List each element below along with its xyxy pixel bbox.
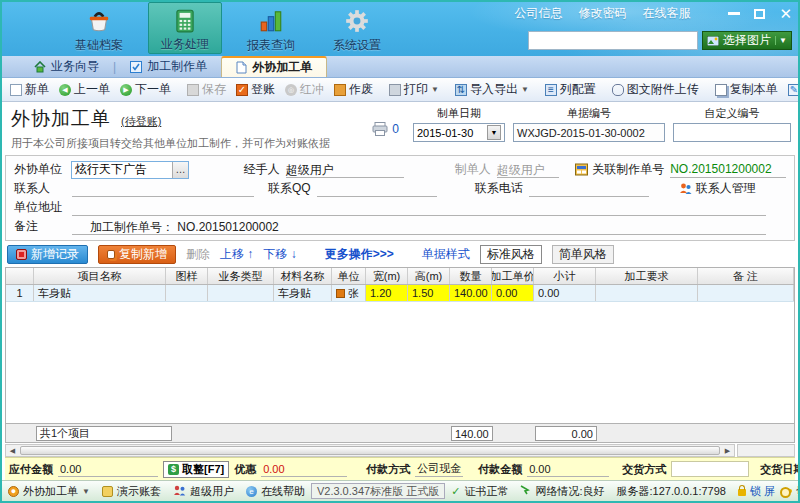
minimize-icon[interactable] xyxy=(728,12,740,15)
pay-amount-input[interactable] xyxy=(527,461,609,477)
note-field[interactable]: 加工制作单号： NO.201501200002 xyxy=(72,219,766,235)
move-down-button[interactable]: 下移 ↓ xyxy=(263,246,296,263)
close-icon[interactable]: ✕ xyxy=(779,9,792,19)
style-simple-button[interactable]: 简单风格 xyxy=(552,245,614,264)
scrollbar-thumb[interactable] xyxy=(20,446,720,455)
statusbar-account-set[interactable]: 演示账套 xyxy=(102,484,161,499)
globe-icon: e xyxy=(246,486,257,497)
nav-item-basic-archive[interactable]: 基础档案 xyxy=(62,2,136,54)
round-button[interactable]: $ 取整[F7] xyxy=(163,461,229,478)
tab-processing-order[interactable]: 加工制作单 xyxy=(116,56,221,77)
cell-height[interactable]: 1.50 xyxy=(408,285,450,301)
network-icon xyxy=(520,485,531,497)
titlebar: 基础档案 业务处理 报表查询 系统设置 xyxy=(2,2,798,56)
cell-remark[interactable] xyxy=(698,285,794,301)
cell-biz-type[interactable] xyxy=(208,285,274,301)
cell-requirement[interactable] xyxy=(596,285,698,301)
statusbar-doc-type[interactable]: ● 外协加工单 ▼ xyxy=(8,484,90,499)
add-record-icon xyxy=(16,249,27,260)
cell-width[interactable]: 1.20 xyxy=(366,285,408,301)
delivery-date-label: 交货日期 xyxy=(760,462,798,477)
lock-screen-button[interactable]: 锁 屏 xyxy=(738,484,775,499)
maximize-icon[interactable] xyxy=(754,9,765,19)
pay-method-field[interactable]: 公司现金 xyxy=(415,461,463,477)
image-path-input[interactable] xyxy=(528,31,698,50)
next-doc-button[interactable]: ▶下一单 xyxy=(116,79,175,100)
chevron-down-icon[interactable]: ▼ xyxy=(775,36,787,45)
custom-number-label: 自定义编号 xyxy=(705,106,760,121)
copy-doc-button[interactable]: 复制本单 xyxy=(711,79,782,100)
doc-number-label: 单据编号 xyxy=(567,106,611,121)
void-button[interactable]: 作废 xyxy=(330,79,377,100)
switch-user-button[interactable]: 切换用户 xyxy=(781,484,800,499)
post-account-button[interactable]: ✓登账 xyxy=(232,79,279,100)
payable-input[interactable] xyxy=(58,461,158,477)
change-password-link[interactable]: 修改密码 xyxy=(578,5,626,22)
date-select[interactable]: 2015-01-30 ▼ xyxy=(413,123,505,142)
address-field[interactable] xyxy=(72,200,766,216)
company-info-link[interactable]: 公司信息 xyxy=(514,5,562,22)
ellipsis-button[interactable]: … xyxy=(172,162,188,178)
contact-field[interactable] xyxy=(72,181,254,197)
home-icon xyxy=(34,61,46,73)
payable-label: 应付金额 xyxy=(9,462,53,477)
attachment-upload-button[interactable]: 图文附件上传 xyxy=(608,79,703,100)
cell-drawing[interactable] xyxy=(166,285,208,301)
nav-item-settings[interactable]: 系统设置 xyxy=(320,2,394,54)
paste-screenshot-button[interactable]: ✎粘贴截图 xyxy=(784,79,798,100)
nav-label: 业务处理 xyxy=(161,36,209,53)
custom-number-input[interactable] xyxy=(677,127,787,139)
void-folder-icon xyxy=(334,84,346,96)
cell-unit[interactable]: 张 xyxy=(332,285,366,301)
move-up-button[interactable]: 上移 ↑ xyxy=(220,246,253,263)
related-order-field[interactable]: NO.201501200002 xyxy=(670,162,786,178)
cell-qty[interactable]: 140.00 xyxy=(450,285,492,301)
vendor-label: 外协单位 xyxy=(14,161,65,178)
print-button[interactable]: 打印▼ xyxy=(385,79,443,100)
save-icon xyxy=(187,84,199,96)
scroll-left-icon[interactable]: ◀ xyxy=(6,445,19,456)
cell-unit-price[interactable]: 0.00 xyxy=(492,285,534,301)
nav-item-business-process[interactable]: 业务处理 xyxy=(148,2,222,54)
cell-material[interactable]: 车身贴 xyxy=(274,285,332,301)
add-record-button[interactable]: 新增记录 xyxy=(7,245,88,264)
page-title: 外协加工单 xyxy=(11,106,111,132)
red-reverse-button[interactable]: ◎红冲 xyxy=(281,79,328,100)
import-export-button[interactable]: ⇅导入导出▼ xyxy=(451,79,533,100)
contacts-manage-link[interactable]: 联系人管理 xyxy=(696,180,756,197)
statusbar-online-help[interactable]: e 在线帮助 xyxy=(246,484,305,499)
bar-chart-icon xyxy=(258,6,284,35)
handler-field[interactable]: 超级用户 xyxy=(286,162,404,178)
vendor-picker[interactable]: 炫行天下广告 … xyxy=(71,161,189,179)
chevron-down-icon[interactable]: ▼ xyxy=(487,125,501,140)
more-actions-button[interactable]: 更多操作>>> xyxy=(325,246,394,263)
grid-toolbar: 新增记录 复制新增 删除 上移 ↑ 下移 ↓ 更多操作>>> 单据样式 标准风格… xyxy=(5,241,795,267)
statusbar-user[interactable]: 超级用户 xyxy=(173,484,234,499)
prev-doc-button[interactable]: ◀上一单 xyxy=(55,79,114,100)
printer-icon[interactable] xyxy=(372,122,388,136)
tab-business-wizard[interactable]: 业务向导 xyxy=(20,56,113,77)
users-icon xyxy=(173,485,186,498)
status-badge[interactable]: (待登账) xyxy=(121,115,161,127)
tab-outsourced-order[interactable]: 外协加工单 xyxy=(221,56,327,77)
scroll-right-icon[interactable]: ▶ xyxy=(721,445,734,456)
copy-add-icon xyxy=(107,250,115,259)
new-doc-button[interactable]: 新单 xyxy=(6,79,53,100)
phone-field[interactable] xyxy=(529,181,649,197)
discount-input[interactable] xyxy=(261,461,347,477)
online-service-link[interactable]: 在线客服 xyxy=(642,5,690,22)
delete-row-button[interactable]: 删除 xyxy=(186,246,210,263)
contacts-icon xyxy=(679,182,692,195)
style-standard-button[interactable]: 标准风格 xyxy=(480,245,542,264)
cell-item-name[interactable]: 车身贴 xyxy=(34,285,166,301)
column-config-button[interactable]: ≡列配置 xyxy=(541,79,600,100)
delivery-method-input[interactable] xyxy=(671,461,749,477)
save-button[interactable]: 保存 xyxy=(183,79,230,100)
copy-add-button[interactable]: 复制新增 xyxy=(98,245,176,264)
qq-field[interactable] xyxy=(317,181,437,197)
doc-toolbar: 新单 ◀上一单 ▶下一单 保存 ✓登账 ◎红冲 作废 打印▼ ⇅导入导出▼ ≡列… xyxy=(2,78,798,102)
table-row[interactable]: 1 车身贴 车身贴 张 1.20 1.50 140.00 0.00 0.00 xyxy=(6,285,794,302)
nav-item-reports[interactable]: 报表查询 xyxy=(234,2,308,54)
gear-icon xyxy=(344,6,370,35)
select-image-button[interactable]: 选择图片 ▼ xyxy=(702,31,792,50)
